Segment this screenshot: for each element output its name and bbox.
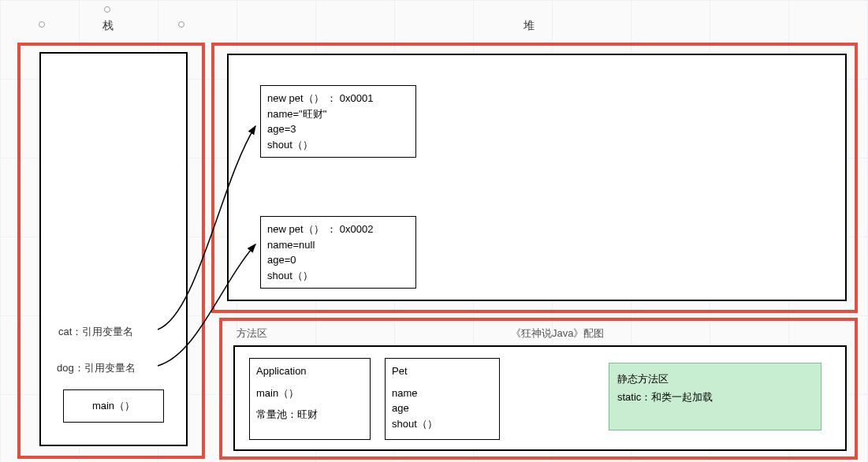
diagram-subtitle: 《狂神说Java》配图 (511, 326, 604, 341)
static-area-box: 静态方法区 static：和类一起加载 (609, 363, 821, 430)
pet-name: name (392, 386, 493, 401)
pet-box: Pet name age shout（） (385, 358, 500, 440)
stack-label: 栈 (102, 19, 114, 33)
obj1-shout: shout（） (267, 137, 409, 153)
cat-var: cat：引用变量名 (58, 325, 133, 339)
heap-label: 堆 (523, 19, 535, 33)
static-title: 静态方法区 (617, 370, 813, 388)
obj1-addr: new pet（） ： 0x0001 (267, 91, 409, 106)
application-box: Application main（） 常量池：旺财 (249, 358, 371, 440)
main-label: main（） (92, 400, 135, 412)
obj2-shout: shout（） (267, 268, 409, 284)
dog-var: dog：引用变量名 (57, 361, 136, 375)
obj2-age: age=0 (267, 252, 409, 268)
stack-box (39, 52, 188, 446)
handle (39, 21, 45, 28)
main-frame: main（） (63, 389, 164, 423)
app-main: main（） (256, 386, 363, 401)
pet-title: Pet (392, 363, 493, 379)
heap-object-1: new pet（） ： 0x0001 name="旺财" age=3 shout… (260, 85, 416, 158)
obj1-name: name="旺财" (267, 106, 409, 122)
app-title: Application (256, 363, 363, 379)
obj1-age: age=3 (267, 121, 409, 137)
pet-age: age (392, 401, 493, 416)
app-pool: 常量池：旺财 (256, 407, 363, 423)
method-area-title: 方法区 (237, 326, 267, 341)
pet-shout: shout（） (392, 416, 493, 432)
obj2-addr: new pet（） ： 0x0002 (267, 222, 409, 237)
heap-object-2: new pet（） ： 0x0002 name=null age=0 shout… (260, 216, 416, 289)
static-desc: static：和类一起加载 (617, 388, 813, 406)
handle (104, 6, 110, 13)
handle (178, 21, 184, 28)
obj2-name: name=null (267, 237, 409, 253)
